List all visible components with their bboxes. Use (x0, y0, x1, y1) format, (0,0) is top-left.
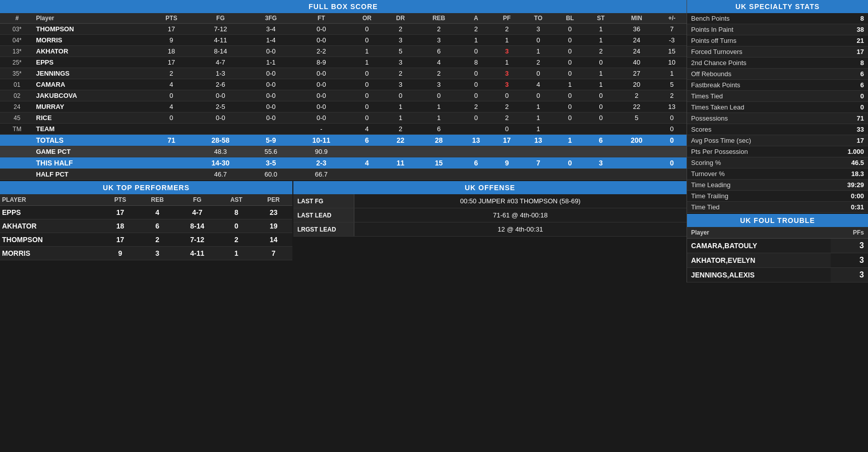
player-ft: 2-2 (293, 46, 350, 57)
player-to: 1 (522, 112, 554, 124)
foul-player-name: AKHATOR,EVELYN (687, 253, 831, 268)
player-dr: 3 (384, 79, 417, 90)
offense-value: 00:50 JUMPER #03 THOMPSON (58-69) (354, 194, 687, 208)
player-bl: 0 (554, 46, 586, 57)
stat-label: Time Leading (687, 180, 820, 191)
stat-value: 39:29 (820, 180, 868, 191)
player-num: 45 (0, 112, 34, 124)
player-fg: 4-11 (192, 35, 250, 46)
stat-label: Pts Per Possession (687, 146, 820, 157)
stat-value: 6 (820, 69, 868, 80)
player-fg: 0-0 (192, 112, 250, 124)
player-st: 0 (586, 112, 616, 124)
player-pts: 4 (151, 79, 192, 90)
foul-player-name: CAMARA,BATOULY (687, 239, 831, 253)
foul-section: UK FOUL TROUBLE Player PFs CAMARA,BATOUL… (687, 214, 868, 282)
list-item: Time Tied 0:31 (687, 202, 868, 213)
table-row: 02 JAKUBCOVA 0 0-0 0-0 0-0 0 0 0 0 0 0 0… (0, 90, 687, 101)
stat-label: Fastbreak Points (687, 80, 820, 91)
stat-label: Possessions (687, 113, 820, 124)
list-item: Times Tied 0 (687, 91, 868, 102)
stat-label: Bench Points (687, 13, 820, 24)
player-st: 0 (586, 57, 616, 68)
foul-player-pfs: 3 (831, 268, 868, 282)
player-pm: 0 (657, 124, 687, 135)
player-reb: 3 (417, 79, 460, 90)
player-num: 35* (0, 68, 34, 79)
perf-reb: 2 (138, 233, 176, 247)
list-item: Bench Points 8 (687, 13, 868, 24)
list-item: Time Trailing 0:00 (687, 191, 868, 202)
offense-table: LAST FG 00:50 JUMPER #03 THOMPSON (58-69… (293, 194, 687, 237)
player-dr: 0 (384, 90, 417, 101)
stat-value: 17 (820, 46, 868, 58)
col-fg: FG (192, 13, 250, 24)
table-row: 04* MORRIS 9 4-11 1-4 0-0 0 3 3 1 1 0 0 … (0, 35, 687, 46)
top-performers-section: UK TOP PERFORMERS PLAYER PTS REB FG AST … (0, 181, 292, 260)
table-row: 24 MURRAY 4 2-5 0-0 0-0 0 1 1 2 2 1 0 0 … (0, 101, 687, 112)
perf-reb: 6 (138, 219, 176, 233)
perf-ast: 1 (218, 247, 255, 260)
player-pf: 2 (491, 101, 522, 112)
stat-value: 18.3 (820, 168, 868, 180)
player-ft: 0-0 (293, 24, 350, 35)
player-reb: 0 (417, 90, 460, 101)
player-min: 27 (616, 68, 657, 79)
player-dr: 3 (384, 57, 417, 68)
player-pf: 0 (491, 124, 522, 135)
stat-value: 38 (820, 24, 868, 35)
player-a: 0 (461, 112, 491, 124)
list-item: LRGST LEAD 12 @ 4th-00:31 (293, 222, 687, 237)
player-to: 1 (522, 124, 554, 135)
perf-col-pts: PTS (102, 194, 138, 206)
player-or: 0 (350, 101, 384, 112)
player-name: MORRIS (34, 35, 151, 46)
perf-per: 23 (255, 206, 292, 219)
col-ft: FT (293, 13, 350, 24)
col-pts: PTS (151, 13, 192, 24)
player-num: TM (0, 124, 34, 135)
table-row: 03* THOMPSON 17 7-12 3-4 0-0 0 2 2 2 2 3… (0, 24, 687, 35)
bottom-section: UK TOP PERFORMERS PLAYER PTS REB FG AST … (0, 181, 687, 260)
table-row: TM TEAM - 4 2 6 0 1 0 (0, 124, 687, 135)
player-pf: 1 (491, 57, 522, 68)
player-num: 24 (0, 101, 34, 112)
player-bl: 0 (554, 90, 586, 101)
player-pts: 0 (151, 90, 192, 101)
player-pf: 2 (491, 24, 522, 35)
perf-name: MORRIS (0, 247, 102, 260)
player-pf: 2 (491, 112, 522, 124)
stat-label: Points off Turns (687, 35, 820, 46)
list-item: LAST LEAD 71-61 @ 4th-00:18 (293, 208, 687, 222)
list-item: EPPS 17 4 4-7 8 23 (0, 206, 292, 219)
list-item: Forced Turnovers 17 (687, 46, 868, 58)
player-name: TEAM (34, 124, 151, 135)
player-reb: 2 (417, 24, 460, 35)
stat-label: Time Trailing (687, 191, 820, 202)
player-to: 0 (522, 90, 554, 101)
player-ft: 0-0 (293, 68, 350, 79)
stat-label: Times Taken Lead (687, 102, 820, 113)
player-bl: 0 (554, 68, 586, 79)
player-or: 4 (350, 124, 384, 135)
player-ft: 0-0 (293, 35, 350, 46)
table-row: 01 CAMARA 4 2-6 0-0 0-0 0 3 3 0 3 4 1 1 … (0, 79, 687, 90)
player-pf: 0 (491, 90, 522, 101)
thishalf-row: THIS HALF 14-30 3-5 2-3 4 11 15 6 9 7 0 … (0, 157, 687, 169)
player-num: 01 (0, 79, 34, 90)
list-item: Time Leading 39:29 (687, 180, 868, 191)
list-item: MORRIS 9 3 4-11 1 7 (0, 247, 292, 260)
perf-ast: 8 (218, 206, 255, 219)
foul-player-pfs: 3 (831, 253, 868, 268)
player-name: AKHATOR (34, 46, 151, 57)
player-st: 0 (586, 101, 616, 112)
perf-fg: 4-7 (176, 206, 218, 219)
player-dr: 2 (384, 124, 417, 135)
list-item: Scoring % 46.5 (687, 157, 868, 168)
stat-label: Times Tied (687, 91, 820, 102)
player-a: 0 (461, 79, 491, 90)
stat-label: 2nd Chance Points (687, 58, 820, 69)
performers-header-row: PLAYER PTS REB FG AST PER (0, 194, 292, 206)
player-or: 1 (350, 57, 384, 68)
col-reb: REB (417, 13, 460, 24)
